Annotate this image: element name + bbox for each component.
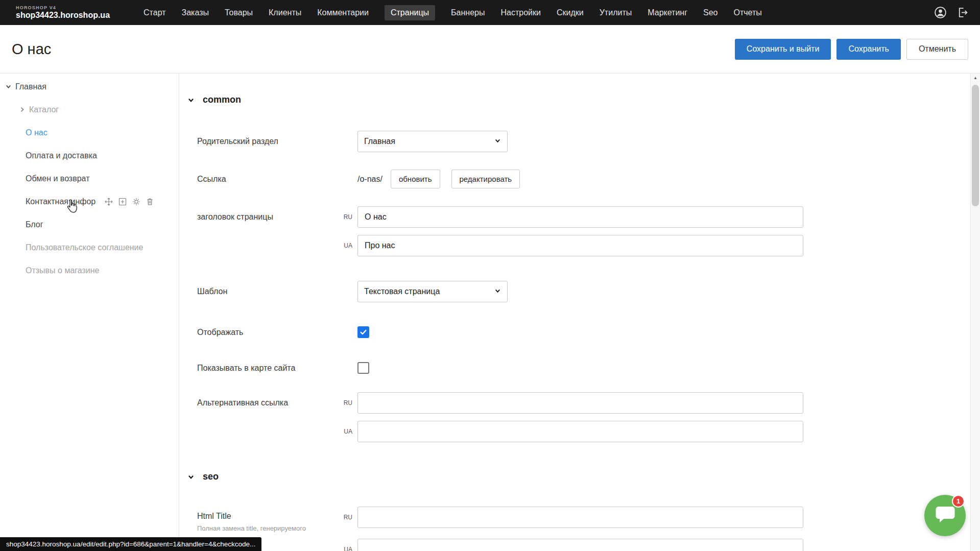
tree-item-label: Контактная инфор [26,197,95,206]
chevron-down-icon [187,97,195,104]
pages-tree: Главная Каталог О нас Оплата и доставка … [0,74,179,551]
save-button[interactable]: Сохранить [836,39,901,60]
link-update-button[interactable]: обновить [391,170,440,188]
tree-item-label: О нас [26,128,47,137]
chat-badge: 1 [952,495,965,508]
link-edit-button[interactable]: редактировать [451,170,520,188]
chevron-down-icon [187,473,195,481]
menu-item-stranitsy[interactable]: Страницы [385,5,435,20]
parent-section-row: Родительский раздел Главная [197,131,980,152]
logout-icon[interactable] [956,6,969,19]
main-menu: Старт Заказы Товары Клиенты Комментарии … [144,5,762,20]
menu-item-utility[interactable]: Утилиты [600,8,632,17]
alt-link-ru-input[interactable] [357,392,803,414]
gear-icon[interactable] [132,198,140,206]
brand-version: HOROSHOP V4 [16,5,110,10]
html-title-ua-row: UA [197,539,980,551]
lang-badge-ru: RU [336,399,357,406]
move-icon[interactable] [105,198,113,206]
chevron-down-icon [494,287,501,296]
menu-item-marketing[interactable]: Маркетинг [648,8,687,17]
page-title-ua-row: UA [197,235,980,256]
page-header: О нас Сохранить и выйти Сохранить Отмени… [0,25,980,74]
alt-link-ru-row: Альтернативная ссылка RU [197,392,980,414]
chevron-down-icon[interactable] [5,83,12,90]
menu-item-seo[interactable]: Seo [703,8,718,17]
status-url: shop34423.horoshop.ua/edit/edit.php?id=6… [0,537,261,551]
template-label: Шаблон [197,287,336,296]
menu-item-tovary[interactable]: Товары [225,8,253,17]
html-title-label: Html Title [197,512,231,520]
lang-badge-ua: UA [336,546,357,551]
alt-link-ua-row: UA [197,421,980,442]
section-common[interactable]: common [187,94,980,105]
tree-item-oplata-i-dostavka[interactable]: Оплата и доставка [0,144,179,167]
brand-domain: shop34423.horoshop.ua [16,11,110,20]
lang-badge-ru: RU [336,213,357,221]
tree-item-label: Блог [26,220,43,229]
scrollbar[interactable]: ▲ [970,74,980,551]
trash-icon[interactable] [146,198,154,206]
selected-value: Текстовая страница [364,287,440,296]
tree-item-actions [105,198,154,206]
menu-item-skidki[interactable]: Скидки [557,8,584,17]
tree-item-katalog[interactable]: Каталог [0,98,179,121]
menu-item-nastroyki[interactable]: Настройки [500,8,540,17]
selected-value: Главная [364,137,395,146]
tree-item-label: Оплата и доставка [26,151,97,160]
brand[interactable]: HOROSHOP V4 shop34423.horoshop.ua [16,5,110,20]
template-row: Шаблон Текстовая страница [197,281,980,302]
menu-item-klienty[interactable]: Клиенты [269,8,301,17]
parent-section-label: Родительский раздел [197,137,336,146]
tree-item-label: Отзывы о магазине [26,266,100,275]
sitemap-label: Показывать в карте сайта [197,364,336,373]
lang-badge-ua: UA [336,242,357,249]
html-title-ua-input[interactable] [357,539,803,551]
cancel-button[interactable]: Отменить [906,39,968,60]
chat-bubble-icon [935,505,955,526]
tree-item-obmen-i-vozvrat[interactable]: Обмен и возврат [0,167,179,190]
scrollbar-up-arrow[interactable]: ▲ [971,74,980,83]
scrollbar-thumb[interactable] [972,85,979,206]
tree-item-otzyvy-o-magazine[interactable]: Отзывы о магазине [0,259,179,282]
chevron-right-icon[interactable] [19,106,26,113]
display-label: Отображать [197,328,336,337]
tree-item-polzovatelskoe-soglashenie[interactable]: Пользовательское соглашение [0,236,179,259]
section-label: seo [203,471,219,482]
chevron-down-icon [494,137,501,146]
display-row: Отображать [197,326,980,338]
menu-item-zakazy[interactable]: Заказы [182,8,209,17]
section-seo[interactable]: seo [187,471,980,482]
page-title-label: заголовок страницы [197,212,336,222]
tree-item-o-nas[interactable]: О нас [0,121,179,144]
lang-badge-ua: UA [336,428,357,435]
tree-item-glavnaya[interactable]: Главная [0,75,179,98]
page-title-ru-input[interactable] [357,206,803,228]
html-title-ru-input[interactable] [357,507,803,528]
header-actions: Сохранить и выйти Сохранить Отменить [735,39,968,60]
page-title-ru-row: заголовок страницы RU [197,206,980,228]
tree-item-label: Пользовательское соглашение [26,243,143,252]
menu-item-kommentarii[interactable]: Комментарии [317,8,369,17]
template-select[interactable]: Текстовая страница [357,281,508,302]
alt-link-ua-input[interactable] [357,421,803,442]
parent-section-select[interactable]: Главная [357,131,508,152]
menu-item-bannery[interactable]: Баннеры [451,8,485,17]
add-page-icon[interactable] [118,198,127,206]
save-and-exit-button[interactable]: Сохранить и выйти [735,39,831,60]
tree-item-kontaktnaya-infor[interactable]: Контактная инфор [0,190,179,213]
page-title: О нас [12,41,51,58]
display-checkbox[interactable] [357,326,369,338]
menu-item-otchety[interactable]: Отчеты [734,8,762,17]
html-title-ru-row: Html Title Полная замена title, генериру… [197,507,980,532]
sitemap-checkbox[interactable] [357,362,369,374]
account-icon[interactable] [934,6,947,19]
tree-item-blog[interactable]: Блог [0,213,179,236]
menu-item-start[interactable]: Старт [144,8,165,17]
alt-link-label: Альтернативная ссылка [197,398,336,408]
navbar-right-icons [934,6,969,19]
chat-launcher[interactable]: 1 [924,495,966,536]
edit-form: common Родительский раздел Главная Ссылк… [179,74,980,551]
page-title-ua-input[interactable] [357,235,803,256]
top-navbar: HOROSHOP V4 shop34423.horoshop.ua Старт … [0,0,980,25]
